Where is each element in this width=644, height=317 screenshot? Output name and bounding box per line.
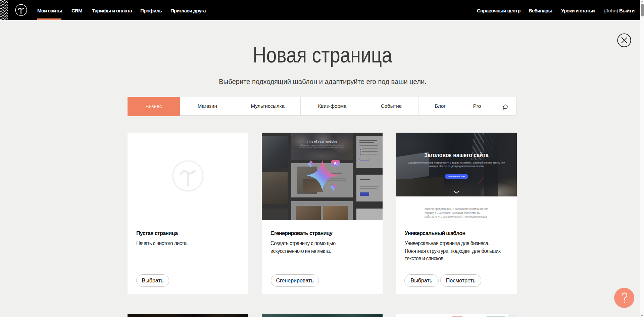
svg-text:AI: AI bbox=[334, 161, 338, 165]
